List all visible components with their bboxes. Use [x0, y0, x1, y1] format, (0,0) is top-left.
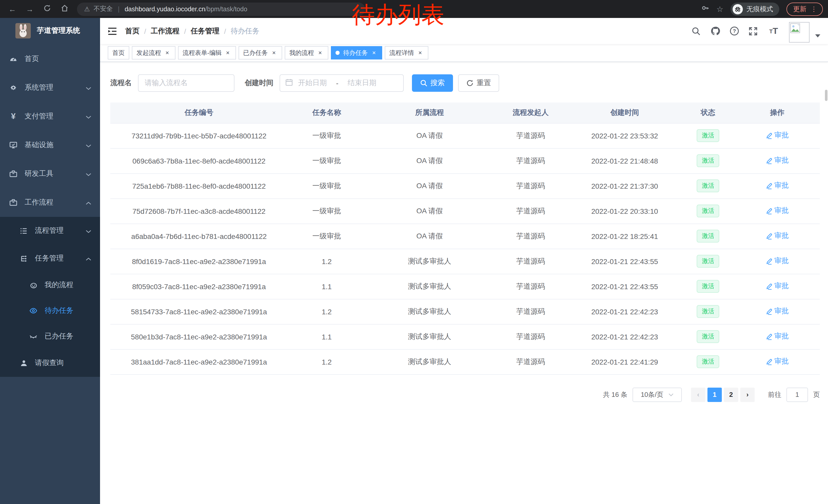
sidebar-item-payment[interactable]: ¥ 支付管理 — [0, 102, 100, 131]
github-icon[interactable] — [710, 26, 720, 36]
sidebar-item-home[interactable]: 首页 — [0, 45, 100, 73]
tab-start-process[interactable]: 发起流程 × — [132, 46, 175, 59]
robot-icon — [29, 281, 37, 289]
tab-todo-tasks[interactable]: 待办任务 × — [331, 46, 382, 59]
font-size-icon[interactable]: TT — [767, 26, 780, 36]
page-button-1[interactable]: 1 — [707, 387, 722, 402]
approve-link[interactable]: 审批 — [766, 181, 789, 190]
sidebar-item-system[interactable]: 系统管理 — [0, 73, 100, 102]
sidebar-collapse-icon[interactable] — [108, 27, 117, 35]
breadcrumb-item[interactable]: 任务管理 — [191, 27, 219, 36]
sidebar-item-label: 研发工具 — [25, 169, 53, 178]
tab-home[interactable]: 首页 — [108, 46, 129, 59]
sidebar-item-leave-query[interactable]: 请假查询 — [0, 349, 100, 377]
browser-update-button[interactable]: 更新 ⋮ — [786, 2, 823, 16]
sidebar-item-infra[interactable]: 基础设施 — [0, 131, 100, 159]
sidebar-item-process-mgmt[interactable]: 流程管理 — [0, 217, 100, 244]
approve-link[interactable]: 审批 — [766, 282, 789, 291]
cell-create-time: 2022-01-21 22:42:23 — [568, 299, 681, 324]
calendar-icon — [285, 78, 293, 87]
breadcrumb: 首页 / 工作流程 / 任务管理 / 待办任务 — [125, 27, 259, 36]
approve-link[interactable]: 审批 — [766, 332, 789, 341]
cell-create-time: 2022-01-22 21:48:48 — [568, 148, 681, 173]
address-bar[interactable]: ⚠ 不安全 | dashboard.yudao.iocoder.cn/bpm/t… — [77, 2, 365, 16]
breadcrumb-item[interactable]: 首页 — [125, 27, 139, 36]
status-badge: 激活 — [697, 255, 719, 268]
reset-button[interactable]: 重置 — [458, 74, 499, 92]
browser-menu-icon[interactable]: ⋮ — [811, 5, 817, 13]
cell-task-name: 一级审批 — [288, 224, 366, 249]
approve-link[interactable]: 审批 — [766, 156, 789, 165]
fullscreen-icon[interactable] — [748, 26, 758, 36]
cell-task-name: 一级审批 — [288, 173, 366, 198]
approve-label: 审批 — [774, 282, 789, 291]
sidebar-item-label: 已办任务 — [45, 332, 73, 341]
approve-link[interactable]: 审批 — [766, 357, 789, 366]
approve-link[interactable]: 审批 — [766, 257, 789, 266]
close-icon[interactable]: × — [224, 49, 232, 56]
search-button[interactable]: 搜索 — [412, 74, 453, 92]
scrollbar-thumb[interactable] — [825, 90, 827, 101]
breadcrumb-item[interactable]: 工作流程 — [151, 27, 179, 36]
search-icon[interactable] — [691, 26, 701, 36]
sidebar-item-label: 基础设施 — [25, 140, 53, 150]
page-size-select[interactable]: 10条/页 — [632, 387, 682, 402]
sidebar-item-workflow[interactable]: 工作流程 — [0, 188, 100, 217]
cell-initiator: 芋道源码 — [494, 123, 568, 148]
date-range-picker[interactable]: 开始日期 - 结束日期 — [280, 74, 404, 92]
page-button-2[interactable]: 2 — [724, 387, 738, 402]
tab-process-form-edit[interactable]: 流程表单-编辑 × — [178, 46, 236, 59]
cell-initiator: 芋道源码 — [494, 173, 568, 198]
cell-create-time: 2022-01-21 22:41:29 — [568, 349, 681, 374]
close-icon[interactable]: × — [370, 49, 378, 56]
close-icon[interactable]: × — [164, 49, 171, 56]
cell-task-name: 1.1 — [288, 324, 366, 349]
avatar-caret-icon[interactable] — [815, 30, 820, 39]
home-icon[interactable] — [59, 4, 70, 14]
sidebar-item-task-mgmt[interactable]: 任务管理 — [0, 244, 100, 272]
input-placeholder: 请输入流程名 — [145, 78, 188, 87]
app-logo[interactable]: 芋道管理系统 — [0, 18, 100, 44]
process-name-input[interactable]: 请输入流程名 — [138, 74, 235, 92]
goto-page-input[interactable]: 1 — [786, 387, 808, 402]
tab-process-detail[interactable]: 流程详情 × — [385, 46, 428, 59]
approve-link[interactable]: 审批 — [766, 207, 789, 216]
breadcrumb-current: 待办任务 — [231, 27, 259, 36]
back-icon[interactable]: ← — [7, 5, 17, 13]
navbar: 首页 / 工作流程 / 任务管理 / 待办任务 ? — [100, 18, 828, 44]
tab-done-tasks[interactable]: 已办任务 × — [239, 46, 282, 59]
help-icon[interactable]: ? — [729, 26, 739, 36]
close-icon[interactable]: × — [317, 49, 324, 56]
chevron-up-icon — [86, 254, 91, 263]
forward-icon[interactable]: → — [25, 5, 35, 13]
table-row: a6aba0a4-7b6d-11ec-b781-acde48001122 一级审… — [110, 224, 820, 249]
page-size-value: 10条/页 — [641, 390, 663, 399]
reload-icon[interactable] — [42, 4, 52, 14]
cell-task-id: 8f0d1619-7ac8-11ec-a9e2-a2380e71991a — [110, 249, 288, 274]
sidebar-item-done-tasks[interactable]: 已办任务 — [0, 324, 100, 349]
chevron-down-icon — [86, 170, 91, 178]
approve-link[interactable]: 审批 — [766, 231, 789, 241]
status-badge: 激活 — [697, 230, 719, 242]
table-row: 73211d9d-7b9b-11ec-b5b7-acde48001122 一级审… — [110, 123, 820, 148]
sidebar-item-todo-tasks[interactable]: 待办任务 — [0, 298, 100, 324]
cell-task-name: 1.2 — [288, 299, 366, 324]
cell-task-id: a6aba0a4-7b6d-11ec-b781-acde48001122 — [110, 224, 288, 249]
key-icon[interactable] — [701, 4, 709, 14]
close-icon[interactable]: × — [417, 49, 424, 56]
avatar[interactable] — [789, 22, 810, 42]
logo-image — [15, 23, 31, 39]
cell-create-time: 2022-01-21 22:43:55 — [568, 249, 681, 274]
prev-page-button[interactable]: ‹ — [691, 387, 705, 402]
sidebar-item-my-process[interactable]: 我的流程 — [0, 272, 100, 298]
next-page-button[interactable]: › — [740, 387, 755, 402]
cell-task-name: 1.2 — [288, 349, 366, 374]
status-badge: 激活 — [697, 129, 719, 142]
approve-link[interactable]: 审批 — [766, 307, 789, 316]
approve-link[interactable]: 审批 — [766, 131, 789, 140]
tab-my-process[interactable]: 我的流程 × — [285, 46, 328, 59]
close-icon[interactable]: × — [271, 49, 278, 56]
bookmark-star-icon[interactable]: ☆ — [716, 4, 723, 13]
breadcrumb-separator: / — [224, 27, 226, 35]
sidebar-item-devtools[interactable]: 研发工具 — [0, 159, 100, 188]
